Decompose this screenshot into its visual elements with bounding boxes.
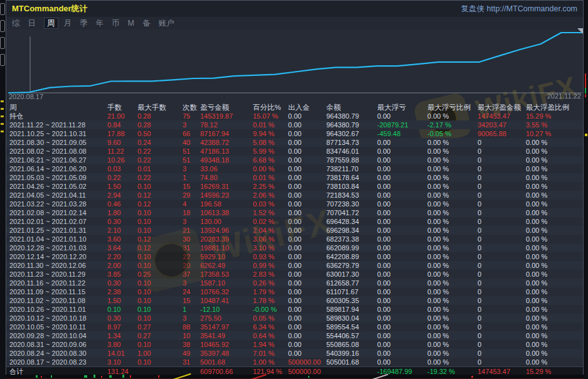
header-max-lots[interactable]: 最大手数: [137, 103, 183, 112]
cell-max-float-profit: 0: [478, 358, 526, 366]
cell-balance: 554406.57: [326, 331, 377, 340]
cell-max-float-profit-pct: 0.00 %: [526, 314, 583, 323]
cell-max-lots: 0.27: [137, 331, 183, 340]
cell-period: 2020.12.14 ~ 2020.12.20: [9, 252, 107, 261]
header-lots[interactable]: 手数: [107, 103, 137, 112]
table-row[interactable]: 2021.01.25 ~ 2021.01.312.100.102113924.9…: [6, 226, 583, 235]
cell-deposit-withdraw: 0.00: [288, 296, 326, 305]
background-window-left-sliver: [0, 0, 6, 379]
menu-item-4[interactable]: 月: [64, 18, 72, 28]
menu-item-6[interactable]: 年: [96, 18, 104, 28]
table-row[interactable]: 2020.10.05 ~ 2020.10.118.970.278835147.9…: [6, 323, 583, 331]
cell-period: 2020.11.02 ~ 2020.11.08: [9, 296, 107, 305]
candle-mark: [101, 376, 102, 378]
table-row[interactable]: 2021.10.25 ~ 2021.10.3117.880.506687167.…: [6, 129, 583, 138]
mtcommander-window: MTCommander统计 复盘侠 http://MTCommander.com…: [6, 0, 584, 375]
cell-pnl: 3541.49: [200, 331, 253, 340]
cell-max-float-profit-pct: 15.29 %: [526, 112, 583, 120]
table-row[interactable]: 2020.08.17 ~ 2020.08.233.100.10315001.68…: [6, 358, 583, 366]
table-row[interactable]: 2021.01.04 ~ 2021.01.103.600.123020283.3…: [6, 235, 583, 243]
table-row[interactable]: 2021.03.22 ~ 2021.03.280.460.124196.580.…: [6, 200, 583, 208]
cell-max-float-profit-pct: 0.00 %: [526, 331, 583, 340]
cell-deposit-withdraw: 0.00: [288, 129, 326, 138]
table-row[interactable]: 2020.11.02 ~ 2020.11.081.500.101510487.4…: [6, 296, 583, 305]
open-position-row[interactable]: 持仓21.000.2875145319.8715.07 %0.00964380.…: [6, 112, 583, 120]
table-row[interactable]: 2020.08.31 ~ 2020.09.063.800.103810465.9…: [6, 340, 583, 349]
menu-item-2[interactable]: 日: [28, 18, 36, 28]
cell-pct: 6.34 %: [253, 323, 288, 331]
table-row[interactable]: 2021.06.14 ~ 2021.06.200.030.01333.060.0…: [6, 164, 583, 173]
cell-max-float-loss: 0.00: [377, 217, 427, 226]
table-row[interactable]: 2021.08.02 ~ 2021.08.0811.220.225147186.…: [6, 147, 583, 156]
table-row[interactable]: 2020.10.26 ~ 2020.11.010.100.101-12.10-0…: [6, 305, 583, 314]
cell-count: 3: [183, 314, 200, 323]
header-max-float-loss[interactable]: 最大浮亏: [377, 103, 427, 112]
cell-max-float-profit-pct: 0.00 %: [526, 252, 583, 261]
table-row[interactable]: 2021.04.26 ~ 2021.05.021.500.101516269.3…: [6, 182, 583, 191]
menu-item-8[interactable]: M: [128, 18, 134, 28]
cell-max-float-loss-pct: 0.00 %: [427, 314, 478, 323]
cell-max-float-loss: 0.00: [377, 358, 427, 366]
menu-item-7[interactable]: 币: [112, 18, 120, 28]
table-row[interactable]: 2020.09.28 ~ 2020.10.041.340.27103541.49…: [6, 331, 583, 340]
cell-count: 18: [183, 208, 200, 217]
menu-item-10[interactable]: 账户: [158, 18, 174, 28]
cell-pnl: 1587.10: [200, 279, 253, 287]
cell-count: 30: [183, 235, 200, 243]
cell-max-float-loss-pct: 0.00 %: [427, 340, 478, 349]
cell-max-float-loss-pct: 0.00 %: [427, 349, 478, 358]
cell-max-lots: 0.27: [137, 323, 183, 331]
table-row[interactable]: 2021.02.01 ~ 2021.02.070.300.103130.000.…: [6, 217, 583, 226]
cell-max-float-loss-pct: 0.00 %: [427, 191, 478, 200]
table-row[interactable]: 2020.11.30 ~ 2020.12.062.000.10206262.49…: [6, 261, 583, 270]
table-row[interactable]: 2020.12.14 ~ 2020.12.202.200.10225929.10…: [6, 252, 583, 261]
header-balance[interactable]: 余额: [326, 103, 377, 112]
header-pnl[interactable]: 盈亏金额: [200, 103, 253, 112]
table-row[interactable]: 2021.05.03 ~ 2021.05.090.220.22174.800.0…: [6, 173, 583, 182]
table-row[interactable]: 2021.08.30 ~ 2021.09.059.600.244042388.7…: [6, 138, 583, 147]
cell-max-lots: 0.10: [137, 296, 183, 305]
cell-max-float-profit: 0: [478, 243, 526, 252]
header-deposit-withdraw[interactable]: 出入金: [288, 103, 326, 112]
cell-max-float-profit-pct: 0.00 %: [526, 349, 583, 358]
cell-max-float-profit-pct: 0.00 %: [526, 156, 583, 164]
menu-item-3[interactable]: 周: [44, 18, 58, 29]
cell-max-float-loss: 0.00: [377, 173, 427, 182]
cell-lots: 3.85: [107, 270, 137, 279]
table-row[interactable]: 2021.06.21 ~ 2021.06.2710.260.225149348.…: [6, 156, 583, 164]
cell-deposit-withdraw: 0.00: [288, 323, 326, 331]
cell-count: 1: [183, 173, 200, 182]
menu-item-1[interactable]: 综: [12, 18, 20, 28]
header-count[interactable]: 次数: [183, 103, 200, 112]
table-row[interactable]: 2020.10.12 ~ 2020.10.180.300.103275.500.…: [6, 314, 583, 323]
equity-curve: [9, 33, 582, 93]
table-row[interactable]: 2020.12.28 ~ 2021.01.033.640.123119881.1…: [6, 243, 583, 252]
header-max-float-profit[interactable]: 最大浮盈金额: [478, 103, 526, 112]
cell-max-float-profit-pct: 0.00 %: [526, 226, 583, 235]
candle-mark: [36, 375, 38, 378]
cell-lots: 2.94: [107, 191, 137, 200]
cell-pct: 0.03 %: [253, 200, 288, 208]
background-toolbar-button: [0, 54, 5, 66]
header-max-float-loss-pct[interactable]: 最大浮亏比例: [427, 103, 478, 112]
window-title: MTCommander统计: [12, 1, 88, 17]
total-row[interactable]: 合计131.24609700.66121.94 %500000.00-16948…: [6, 366, 583, 375]
table-row[interactable]: 2020.11.09 ~ 2020.11.152.380.102410766.3…: [6, 287, 583, 296]
menu-item-5[interactable]: 季: [80, 18, 88, 28]
table-row[interactable]: 2021.02.08 ~ 2021.02.141.800.101810613.3…: [6, 208, 583, 217]
window-subtitle-link[interactable]: 复盘侠 http://MTCommander.com: [461, 1, 577, 17]
header-period[interactable]: 周: [9, 103, 107, 112]
table-row[interactable]: 2021.11.22 ~ 2021.11.280.840.28378.120.0…: [6, 120, 583, 129]
table-row[interactable]: 2020.11.23 ~ 2020.11.293.850.253717358.5…: [6, 270, 583, 279]
menu-item-9[interactable]: 备: [142, 18, 151, 28]
header-max-float-profit-pct[interactable]: 最大浮盈比例: [526, 103, 583, 112]
cell-balance: 787559.88: [326, 156, 377, 164]
table-row[interactable]: 2020.11.16 ~ 2020.11.220.300.1031587.100…: [6, 279, 583, 287]
table-row[interactable]: 2021.04.05 ~ 2021.04.112.940.122914596.2…: [6, 191, 583, 200]
header-pct[interactable]: 百分比%: [253, 103, 288, 112]
cell-pct: 0.99 %: [253, 261, 288, 270]
line-mark: [171, 373, 191, 379]
cell-pnl: 33.06: [200, 164, 253, 173]
candle-mark: [51, 375, 52, 378]
table-row[interactable]: 2020.08.24 ~ 2020.08.3014.011.004935397.…: [6, 349, 583, 358]
